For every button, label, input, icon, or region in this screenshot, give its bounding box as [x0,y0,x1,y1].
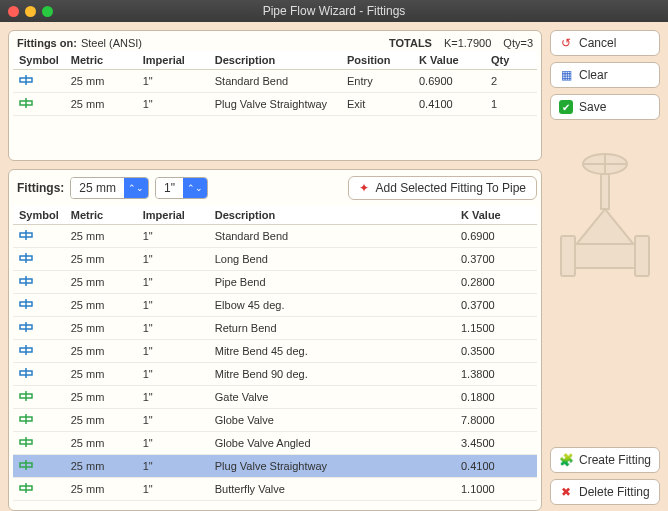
delete-icon: ✖ [559,485,573,499]
table-row[interactable]: 25 mm1"Mitre Bend 90 deg.1.3800 [13,363,537,386]
fittings-label: Fittings: [17,181,64,195]
window-title: Pipe Flow Wizard - Fittings [0,4,668,18]
col-kvalue[interactable]: K Value [413,51,485,70]
col-imperial[interactable]: Imperial [137,51,209,70]
cancel-button[interactable]: ↺ Cancel [550,30,660,56]
table-row[interactable]: 25 mm1"Pipe Bend0.2800 [13,271,537,294]
col-position[interactable]: Position [341,51,413,70]
chevron-down-icon: ⌃⌄ [124,178,148,198]
fitting-icon [19,251,33,265]
table-row[interactable]: 25 mm1"Return Bend1.1500 [13,317,537,340]
col-imperial[interactable]: Imperial [137,206,209,225]
pipe-fittings-panel: Fittings on: Steel (ANSI) TOTALS K=1.790… [8,30,542,161]
delete-fitting-button[interactable]: ✖ Delete Fitting [550,479,660,505]
fitting-icon [19,73,33,87]
svg-rect-40 [561,236,575,276]
fitting-icon [19,481,33,495]
fitting-icon [19,366,33,380]
table-row[interactable]: 25 mm1"Plug Valve Straightway0.4100 [13,455,537,478]
table-row[interactable]: 25 mm1"Ball Valve Full Bore0.0700 [13,501,537,507]
grid-icon: ▦ [559,68,573,82]
table-row[interactable]: 25 mm1"Long Bend0.3700 [13,248,537,271]
fitting-icon [19,412,33,426]
create-icon: 🧩 [559,453,573,467]
save-button[interactable]: ✔ Save [550,94,660,120]
svg-rect-39 [601,174,609,209]
fitting-icon [19,504,33,506]
table-row[interactable]: 25 mm1"Mitre Bend 45 deg.0.3500 [13,340,537,363]
add-icon: ✦ [359,181,369,195]
svg-rect-41 [635,236,649,276]
pipe-fittings-table[interactable]: Symbol Metric Imperial Description Posit… [13,51,537,116]
qty-total: Qty=3 [503,37,533,49]
material-name: Steel (ANSI) [81,37,142,49]
col-qty[interactable]: Qty [485,51,537,70]
fitting-icon [19,228,33,242]
table-row[interactable]: 25 mm1"Standard Bend0.6900 [13,225,537,248]
fitting-icon [19,320,33,334]
fitting-icon [19,297,33,311]
undo-icon: ↺ [559,36,573,50]
fitting-icon [19,96,33,110]
svg-rect-42 [575,244,635,268]
table-row[interactable]: 25 mm1"Globe Valve7.8000 [13,409,537,432]
col-symbol[interactable]: Symbol [13,51,65,70]
col-metric[interactable]: Metric [65,206,137,225]
col-description[interactable]: Description [209,51,341,70]
fittings-on-label: Fittings on: [17,37,77,49]
col-metric[interactable]: Metric [65,51,137,70]
metric-select[interactable]: 25 mm⌃⌄ [70,177,149,199]
create-fitting-button[interactable]: 🧩 Create Fitting [550,447,660,473]
check-icon: ✔ [559,100,573,114]
table-row[interactable]: 25 mm1"Plug Valve StraightwayExit0.41001 [13,93,537,116]
chevron-down-icon: ⌃⌄ [183,178,207,198]
add-fitting-button[interactable]: ✦ Add Selected Fitting To Pipe [348,176,537,200]
catalog-panel: Fittings: 25 mm⌃⌄ 1"⌃⌄ ✦ Add Selected Fi… [8,169,542,511]
table-row[interactable]: 25 mm1"Standard BendEntry0.69002 [13,70,537,93]
fitting-icon [19,274,33,288]
k-total: K=1.7900 [444,37,491,49]
fitting-icon [19,343,33,357]
catalog-table[interactable]: Symbol Metric Imperial Description K Val… [13,206,537,506]
fitting-icon [19,435,33,449]
col-symbol[interactable]: Symbol [13,206,65,225]
table-row[interactable]: 25 mm1"Elbow 45 deg.0.3700 [13,294,537,317]
fitting-icon [19,458,33,472]
clear-button[interactable]: ▦ Clear [550,62,660,88]
imperial-select[interactable]: 1"⌃⌄ [155,177,208,199]
title-bar: Pipe Flow Wizard - Fittings [0,0,668,22]
fitting-icon [19,389,33,403]
fitting-preview-image [550,136,660,316]
col-kvalue[interactable]: K Value [455,206,537,225]
table-row[interactable]: 25 mm1"Globe Valve Angled3.4500 [13,432,537,455]
totals-label: TOTALS [389,37,432,49]
table-row[interactable]: 25 mm1"Gate Valve0.1800 [13,386,537,409]
col-description[interactable]: Description [209,206,455,225]
table-row[interactable]: 25 mm1"Butterfly Valve1.1000 [13,478,537,501]
